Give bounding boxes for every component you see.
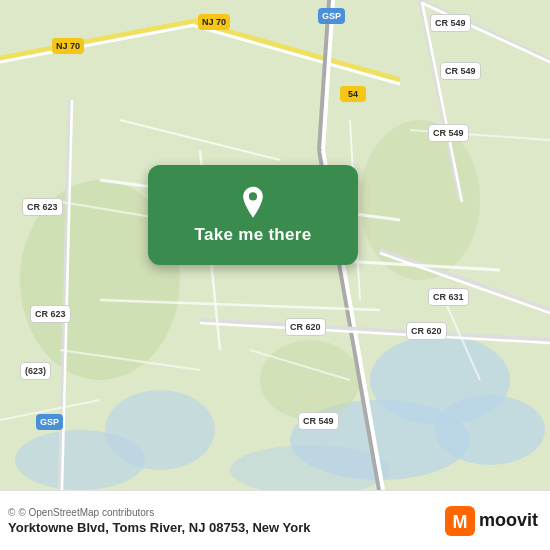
badge-cr631-right: CR 631 <box>428 288 469 306</box>
copyright-symbol: © <box>8 507 15 518</box>
copyright-line: © © OpenStreetMap contributors <box>8 507 311 518</box>
location-pin-icon <box>235 185 271 221</box>
badge-nj70-top-center: NJ 70 <box>198 14 230 30</box>
badge-gsp-bottom: GSP <box>36 414 63 430</box>
badge-cr620-right: CR 620 <box>406 322 447 340</box>
badge-cr549-top-right-1: CR 549 <box>430 14 471 32</box>
take-me-there-label: Take me there <box>195 225 312 245</box>
badge-54: 54 <box>340 86 366 102</box>
badge-cr549-top-right-2: CR 549 <box>440 62 481 80</box>
moovit-label: moovit <box>479 510 538 531</box>
badge-cr549-bottom: CR 549 <box>298 412 339 430</box>
bottom-bar: © © OpenStreetMap contributors Yorktowne… <box>0 490 550 550</box>
moovit-icon: M <box>445 506 475 536</box>
svg-point-3 <box>435 395 545 465</box>
badge-nj70-top-left: NJ 70 <box>52 38 84 54</box>
badge-gsp-top: GSP <box>318 8 345 24</box>
svg-text:M: M <box>452 512 467 532</box>
bottom-info: © © OpenStreetMap contributors Yorktowne… <box>8 507 311 535</box>
address-line: Yorktowne Blvd, Toms River, NJ 08753, Ne… <box>8 520 311 535</box>
copyright-text: © OpenStreetMap contributors <box>18 507 154 518</box>
svg-point-5 <box>15 430 145 490</box>
badge-cr623-left: CR 623 <box>22 198 63 216</box>
badge-cr549-mid-right: CR 549 <box>428 124 469 142</box>
address-text: Yorktowne Blvd, Toms River, NJ 08753, Ne… <box>8 520 311 535</box>
moovit-logo: M moovit <box>445 506 538 536</box>
svg-point-9 <box>260 340 360 420</box>
badge-cr623-bottom-left: CR 623 <box>30 305 71 323</box>
take-me-there-button[interactable]: Take me there <box>148 165 358 265</box>
badge-cr620-center: CR 620 <box>285 318 326 336</box>
map-container: NJ 70 NJ 70 GSP CR 549 CR 549 CR 549 54 … <box>0 0 550 490</box>
badge-623-bottom: (623) <box>20 362 51 380</box>
svg-point-40 <box>249 192 257 200</box>
